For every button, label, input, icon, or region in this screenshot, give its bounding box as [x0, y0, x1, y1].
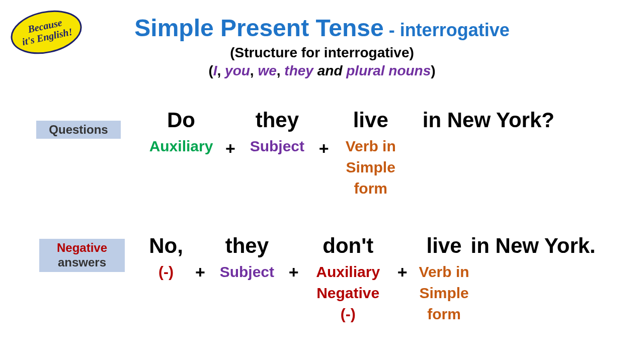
label-negative: Negative	[57, 241, 107, 254]
q-role-auxiliary: Auxiliary	[149, 136, 213, 157]
label-answers: answers	[58, 255, 106, 269]
n-col-complement: in New York.	[471, 234, 596, 257]
n-role-verb: Verb in Simple form	[419, 261, 469, 325]
plus-icon: +	[315, 139, 333, 158]
title-main: Simple Present Tense	[134, 15, 383, 41]
subtitle-structure: (Structure for interrogative)	[0, 45, 644, 61]
page-title: Simple Present Tense - interrogative	[0, 14, 644, 42]
n-word-complement: in New York.	[471, 234, 596, 257]
n-role-aux-neg: Auxiliary Negative (-)	[316, 261, 380, 325]
n-col-subject: they Subject	[209, 234, 285, 283]
n-role-subject: Subject	[220, 261, 274, 283]
title-sep: -	[384, 20, 400, 40]
n-word-live: live	[427, 234, 462, 257]
n-word-dont: don't	[323, 234, 373, 257]
q-word-complement: in New York?	[423, 109, 554, 132]
q-word-they: they	[256, 109, 299, 132]
q-col-auxiliary: Do Auxiliary	[141, 109, 221, 157]
n-word-they: they	[225, 234, 269, 257]
question-example-row: Do Auxiliary + they Subject + live Verb …	[141, 109, 554, 199]
q-word-live: live	[353, 109, 388, 132]
title-block: Simple Present Tense - interrogative (St…	[0, 14, 644, 79]
subtitle-persons: (I, you, we, they and plural nouns)	[0, 63, 644, 79]
plus-icon: +	[221, 139, 239, 158]
negative-example-row: No, (-) + they Subject + don't Auxiliary…	[141, 234, 596, 325]
q-word-do: Do	[167, 109, 195, 132]
label-questions: Questions	[36, 121, 121, 139]
q-role-verb: Verb in Simple form	[346, 136, 396, 199]
n-col-no: No, (-)	[141, 234, 191, 283]
label-negative-answers: Negative answers	[39, 239, 125, 272]
n-col-verb: live Verb in Simple form	[412, 234, 477, 325]
plus-icon: +	[393, 262, 412, 282]
plus-icon: +	[191, 262, 209, 282]
title-sub: interrogative	[400, 20, 510, 40]
plus-icon: +	[285, 262, 303, 282]
q-col-complement: in New York?	[423, 109, 554, 132]
q-col-verb: live Verb in Simple form	[333, 109, 409, 199]
q-role-subject: Subject	[250, 136, 304, 157]
n-role-neg: (-)	[158, 261, 174, 283]
n-word-no: No,	[149, 234, 183, 257]
q-col-subject: they Subject	[239, 109, 315, 157]
n-col-aux-neg: don't Auxiliary Negative (-)	[303, 234, 393, 325]
